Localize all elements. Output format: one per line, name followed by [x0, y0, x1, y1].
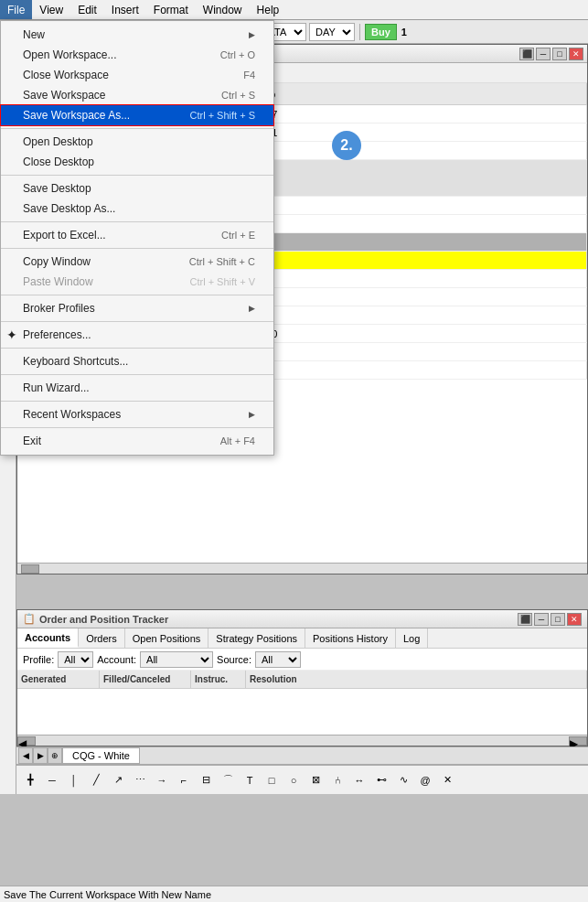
panel-window-controls: ⬛ ─ □ ✕	[518, 613, 582, 626]
draw-arrow-btn[interactable]: →	[152, 770, 172, 790]
menu-help[interactable]: Help	[250, 0, 287, 19]
menu-item-copy-window[interactable]: Copy Window Ctrl + Shift + C	[1, 252, 273, 272]
menu-item-label: Broker Profiles	[23, 302, 95, 315]
tab-accounts[interactable]: Accounts	[17, 628, 79, 648]
td-low-jy6m18: 0.0	[260, 325, 587, 342]
draw-bracket-btn[interactable]: ⌐	[174, 770, 194, 790]
prev-tab-btn[interactable]: ◀	[18, 747, 33, 764]
buy-button[interactable]: Buy	[365, 24, 397, 40]
next-tab-btn[interactable]: ▶	[33, 747, 48, 764]
menu-format[interactable]: Format	[146, 0, 196, 19]
panel-title-label: Order and Position Tracker	[39, 614, 168, 625]
draw-text-btn[interactable]: T	[240, 770, 260, 790]
tab-log[interactable]: Log	[396, 628, 428, 648]
draw-crosshair-btn[interactable]: ╋	[20, 770, 40, 790]
panel-close-btn[interactable]: ✕	[567, 613, 582, 626]
draw-retracement-btn[interactable]: ⊟	[196, 770, 216, 790]
source-select[interactable]: All	[255, 651, 301, 668]
panel-settings-btn[interactable]: ⬛	[518, 613, 532, 626]
menu-item-preferences[interactable]: ✦ Preferences...	[1, 325, 273, 345]
window-close-btn[interactable]: ✕	[569, 48, 583, 60]
period-combo[interactable]: DAY	[309, 23, 355, 41]
tab-open-positions[interactable]: Open Positions	[125, 628, 209, 648]
draw-measure-btn[interactable]: ↔	[349, 770, 369, 790]
draw-ruler-btn[interactable]: ⊷	[371, 770, 391, 790]
menu-sep-5	[1, 295, 273, 295]
menu-item-exit[interactable]: Exit Alt + F4	[1, 431, 273, 451]
menu-item-broker-profiles[interactable]: Broker Profiles ▶	[1, 298, 273, 318]
tab-cqg-white[interactable]: CQG - White	[62, 747, 140, 764]
draw-delete-btn[interactable]: ✕	[437, 770, 457, 790]
profile-select[interactable]: All	[58, 651, 93, 668]
shortcut-label: Ctrl + Shift + S	[189, 110, 255, 121]
menu-file[interactable]: File	[0, 0, 32, 19]
draw-spiral-btn[interactable]: @	[415, 770, 435, 790]
panel-hscroll-right-btn[interactable]: ▶	[569, 736, 587, 746]
menu-item-label: Run Wizard...	[23, 381, 90, 394]
menu-item-paste-window[interactable]: Paste Window Ctrl + Shift + V	[1, 272, 273, 292]
td-low: 7,1	[260, 123, 587, 141]
window-minimize-btn[interactable]: ─	[536, 48, 551, 60]
panel-title-group: 📋 Order and Position Tracker	[23, 613, 168, 625]
menu-item-export-excel[interactable]: Export to Excel... Ctrl + E	[1, 225, 273, 245]
menu-item-open-desktop[interactable]: Open Desktop	[1, 132, 273, 152]
hscroll-thumb[interactable]	[21, 564, 39, 574]
tab-positions-history[interactable]: Positions History	[305, 628, 396, 648]
last-tab-btn[interactable]: ⊕	[48, 747, 62, 764]
menu-item-run-wizard[interactable]: Run Wizard...	[1, 378, 273, 398]
h-scrollbar[interactable]	[17, 563, 587, 574]
menu-view[interactable]: View	[32, 0, 70, 19]
draw-pitchfork-btn[interactable]: ⑃	[327, 770, 347, 790]
panel-hscroll-left-btn[interactable]: ◀	[17, 736, 36, 746]
menu-item-keyboard-shortcuts[interactable]: Keyboard Shortcuts...	[1, 351, 273, 371]
menu-item-new[interactable]: New ▶	[1, 25, 273, 45]
panel-maximize-btn[interactable]: □	[551, 613, 565, 626]
menu-sep-4	[1, 248, 273, 249]
menu-item-open-workspace[interactable]: Open Workspace... Ctrl + O	[1, 45, 273, 65]
menu-item-save-workspace[interactable]: Save Workspace Ctrl + S	[1, 85, 273, 105]
menu-item-label: Export to Excel...	[23, 229, 106, 242]
panel-hscroll[interactable]: ◀ ▶	[17, 735, 587, 746]
menu-insert[interactable]: Insert	[104, 0, 146, 19]
shortcut-label: Ctrl + Shift + C	[189, 256, 255, 267]
window-settings-btn[interactable]: ⬛	[519, 48, 534, 60]
menu-item-save-desktop[interactable]: Save Desktop	[1, 178, 273, 199]
menu-item-label: Save Desktop	[23, 182, 91, 195]
panel-tabs: Accounts Orders Open Positions Strategy …	[17, 628, 587, 649]
draw-polyline-btn[interactable]: ⋯	[130, 770, 150, 790]
shortcut-label: Ctrl + Shift + V	[189, 276, 255, 287]
menu-item-close-desktop[interactable]: Close Desktop	[1, 152, 273, 172]
menu-sep-1	[1, 128, 273, 129]
account-select[interactable]: All	[140, 651, 213, 668]
menu-edit[interactable]: Edit	[70, 0, 104, 19]
menu-item-label: Paste Window	[23, 275, 93, 288]
menu-item-save-desktop-as[interactable]: Save Desktop As...	[1, 199, 273, 219]
draw-rectangle-btn[interactable]: □	[262, 770, 282, 790]
menu-bar: File View Edit Insert Format Window Help	[0, 0, 588, 20]
td-low-ca6m18: 0.	[260, 288, 587, 306]
menu-item-recent-workspaces[interactable]: Recent Workspaces ▶	[1, 404, 273, 424]
file-menu-dropdown: New ▶ Open Workspace... Ctrl + O Close W…	[0, 20, 274, 456]
draw-gann-btn[interactable]: ⊠	[305, 770, 326, 790]
panel-minimize-btn[interactable]: ─	[534, 613, 549, 626]
tab-strategy-positions[interactable]: Strategy Positions	[208, 628, 305, 648]
panel-icon: 📋	[23, 613, 36, 625]
td-low-bp6m18: 1	[260, 270, 587, 287]
menu-item-label: Close Desktop	[23, 156, 94, 168]
menu-window[interactable]: Window	[196, 0, 250, 19]
draw-vline-btn[interactable]: │	[64, 770, 84, 790]
draw-wave-btn[interactable]: ∿	[393, 770, 413, 790]
draw-segment-btn[interactable]: ↗	[108, 770, 128, 790]
menu-item-label: Close Workspace	[23, 69, 109, 81]
menu-item-close-workspace[interactable]: Close Workspace F4	[1, 65, 273, 85]
menu-item-save-workspace-as[interactable]: Save Workspace As... Ctrl + Shift + S	[1, 105, 273, 125]
tab-orders[interactable]: Orders	[79, 628, 125, 648]
draw-arc-btn[interactable]: ⌒	[218, 770, 238, 790]
draw-ellipse-btn[interactable]: ○	[283, 770, 304, 790]
draw-angled-btn[interactable]: ╱	[86, 770, 106, 790]
drawing-toolbar: ╋ ─ │ ╱ ↗ ⋯ → ⌐ ⊟ ⌒ T □ ○ ⊠ ⑃ ↔ ⊷ ∿ @ ✕	[16, 765, 588, 794]
panel-filters: Profile: All Account: All Source: All	[17, 649, 587, 671]
draw-hline-btn[interactable]: ─	[42, 770, 62, 790]
td-low-eu6m18: 1.	[260, 252, 587, 269]
window-maximize-btn[interactable]: □	[552, 48, 567, 60]
